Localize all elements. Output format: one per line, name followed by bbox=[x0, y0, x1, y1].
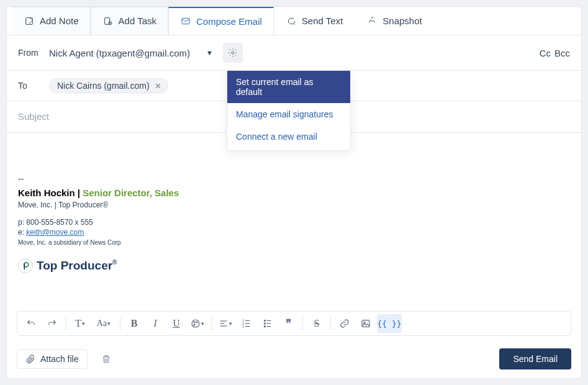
tabs-bar: Add Note Add Task Compose Email bbox=[7, 7, 581, 35]
tab-send-text[interactable]: Send Text bbox=[274, 7, 355, 35]
svg-point-4 bbox=[232, 52, 234, 54]
toolbar-separator bbox=[120, 317, 120, 330]
gear-icon bbox=[228, 48, 238, 58]
attach-file-label: Attach file bbox=[40, 354, 78, 364]
align-left-icon bbox=[219, 319, 228, 328]
note-icon bbox=[24, 16, 35, 27]
logo-text: Top Producer® bbox=[37, 259, 117, 273]
svg-rect-3 bbox=[182, 18, 189, 24]
signature-phone: p: 800-555-8570 x 555 bbox=[18, 218, 570, 227]
menu-item-connect-email[interactable]: Connect a new email bbox=[227, 125, 350, 150]
font-size-button[interactable]: Aa▾ bbox=[91, 314, 116, 333]
tab-compose-email[interactable]: Compose Email bbox=[168, 7, 274, 35]
svg-point-10 bbox=[194, 324, 195, 325]
numbered-list-button[interactable]: 123 bbox=[237, 314, 256, 333]
recipient-name: Nick Cairns (gmail.com) bbox=[57, 81, 150, 91]
compose-panel: Add Note Add Task Compose Email bbox=[6, 6, 582, 379]
logo-mark bbox=[18, 258, 33, 273]
trash-icon bbox=[101, 354, 111, 364]
email-label: e: bbox=[18, 228, 26, 237]
svg-rect-1 bbox=[104, 17, 109, 24]
menu-item-set-default[interactable]: Set current email as default bbox=[227, 71, 350, 103]
from-value[interactable]: Nick Agent (tpxagent@gmail.com) bbox=[49, 48, 190, 58]
blockquote-button[interactable]: ❞ bbox=[279, 314, 299, 333]
from-row: From Nick Agent (tpxagent@gmail.com) ▼ C… bbox=[7, 35, 581, 71]
toolbar-separator bbox=[66, 317, 66, 330]
svg-text:3: 3 bbox=[242, 325, 244, 328]
chevron-down-icon: ▾ bbox=[201, 320, 204, 327]
merge-fields-button[interactable]: {{ }} bbox=[377, 314, 402, 333]
tab-label: Compose Email bbox=[196, 16, 262, 27]
chevron-down-icon: ▾ bbox=[107, 320, 111, 327]
attach-file-button[interactable]: Attach file bbox=[17, 349, 88, 369]
tab-add-task[interactable]: Add Task bbox=[91, 7, 168, 35]
strikethrough-button[interactable]: S bbox=[307, 314, 327, 333]
chevron-down-icon: ▾ bbox=[229, 320, 232, 327]
email-settings-menu: Set current email as default Manage emai… bbox=[227, 70, 351, 151]
tab-label: Add Note bbox=[40, 16, 79, 26]
send-email-button[interactable]: Send Email bbox=[499, 348, 571, 369]
bcc-link[interactable]: Bcc bbox=[554, 48, 570, 58]
menu-item-manage-signatures[interactable]: Manage email signatures bbox=[227, 103, 350, 125]
svg-rect-26 bbox=[362, 320, 369, 327]
redo-icon bbox=[47, 319, 57, 328]
undo-icon bbox=[26, 319, 36, 328]
bold-button[interactable]: B bbox=[124, 314, 144, 333]
logo-p-icon bbox=[21, 261, 30, 270]
cc-bcc-links: Cc Bcc bbox=[540, 48, 570, 58]
signature-separator: -- bbox=[18, 174, 570, 184]
phone-label: p: bbox=[18, 218, 26, 227]
svg-point-22 bbox=[264, 326, 265, 327]
bullet-list-icon bbox=[263, 319, 273, 328]
chevron-down-icon: ▾ bbox=[82, 320, 85, 327]
cc-link[interactable]: Cc bbox=[540, 48, 551, 58]
image-button[interactable] bbox=[356, 314, 376, 333]
align-button[interactable]: ▾ bbox=[215, 314, 235, 333]
link-icon bbox=[340, 319, 350, 328]
toolbar-separator bbox=[211, 317, 212, 330]
signature-subsidiary: Move, Inc. a subsidiary of News Corp bbox=[18, 239, 570, 246]
remove-recipient-icon[interactable]: ✕ bbox=[155, 81, 161, 91]
signature-company: Move, Inc. | Top Producer® bbox=[18, 201, 570, 209]
snapshot-icon bbox=[366, 16, 378, 27]
svg-point-7 bbox=[192, 320, 199, 327]
image-icon bbox=[361, 319, 371, 328]
undo-button[interactable] bbox=[21, 314, 41, 333]
from-label: From bbox=[18, 48, 49, 58]
tab-label: Snapshot bbox=[382, 16, 422, 26]
editor-toolbar: T▾ Aa▾ B I U ▾ bbox=[17, 311, 571, 336]
recipient-chip[interactable]: Nick Cairns (gmail.com) ✕ bbox=[49, 78, 168, 93]
tab-add-note[interactable]: Add Note bbox=[12, 7, 91, 35]
tab-label: Add Task bbox=[119, 16, 156, 26]
phone-value: 800-555-8570 x 555 bbox=[26, 218, 93, 227]
email-settings-button[interactable] bbox=[223, 43, 243, 63]
bullet-list-button[interactable] bbox=[258, 314, 278, 333]
signature-name-line: Keith Hockin | Senior Director, Sales bbox=[18, 188, 570, 198]
numbered-list-icon: 123 bbox=[242, 319, 251, 328]
font-style-button[interactable]: T▾ bbox=[70, 314, 90, 333]
signature-email: e: keith@move.com bbox=[18, 228, 570, 237]
paperclip-icon bbox=[26, 355, 35, 364]
discard-button[interactable] bbox=[96, 349, 116, 369]
to-label: To bbox=[18, 81, 49, 91]
compose-footer: Attach file Send Email bbox=[7, 340, 581, 378]
email-body-area: From Nick Agent (tpxagent@gmail.com) ▼ C… bbox=[7, 35, 581, 378]
color-palette-icon bbox=[191, 319, 201, 328]
signature-name: Keith Hockin bbox=[18, 188, 75, 198]
toolbar-separator bbox=[330, 317, 331, 330]
tab-snapshot[interactable]: Snapshot bbox=[355, 7, 433, 35]
toolbar-separator bbox=[302, 317, 303, 330]
italic-button[interactable]: I bbox=[145, 314, 165, 333]
signature-name-sep: | bbox=[75, 188, 83, 198]
email-editor[interactable]: -- Keith Hockin | Senior Director, Sales… bbox=[7, 133, 581, 307]
signature-logo: Top Producer® bbox=[18, 258, 570, 273]
text-color-button[interactable]: ▾ bbox=[188, 314, 207, 333]
signature-title: Senior Director, Sales bbox=[83, 188, 179, 198]
redo-button[interactable] bbox=[42, 314, 62, 333]
underline-button[interactable]: U bbox=[166, 314, 186, 333]
email-icon bbox=[180, 16, 191, 27]
from-dropdown-caret[interactable]: ▼ bbox=[206, 49, 213, 57]
link-button[interactable] bbox=[335, 314, 355, 333]
email-link[interactable]: keith@move.com bbox=[26, 228, 84, 237]
task-icon bbox=[102, 16, 114, 27]
